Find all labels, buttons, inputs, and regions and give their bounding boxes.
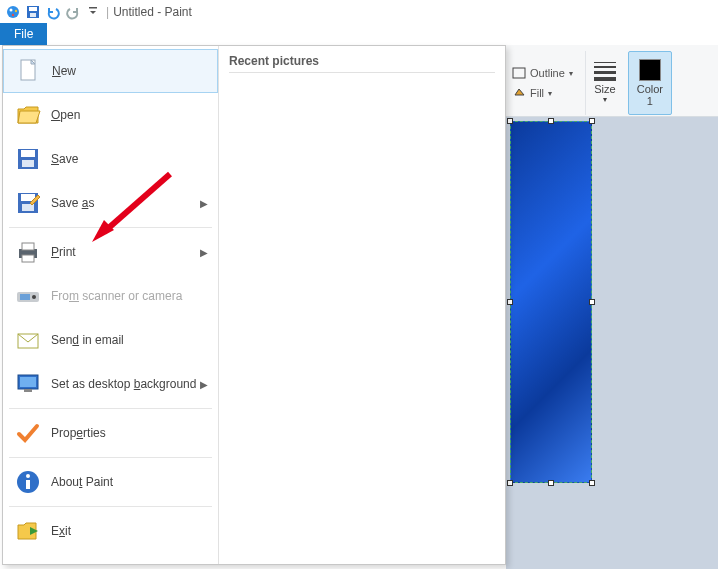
menu-item-label: Set as desktop background <box>51 377 200 391</box>
outline-button[interactable]: Outline▾ <box>512 63 573 83</box>
image-selection[interactable] <box>510 121 592 483</box>
menu-item-save-as[interactable]: Save as▶ <box>3 181 218 225</box>
svg-point-21 <box>32 295 36 299</box>
redo-icon[interactable] <box>64 3 82 21</box>
resize-handle[interactable] <box>589 118 595 124</box>
menu-item-print[interactable]: Print▶ <box>3 230 218 274</box>
svg-rect-6 <box>30 13 36 17</box>
recent-pictures-panel: Recent pictures <box>219 46 505 564</box>
resize-handle[interactable] <box>589 299 595 305</box>
customize-qat-icon[interactable] <box>84 3 102 21</box>
fill-button[interactable]: Fill▾ <box>512 83 552 103</box>
menu-item-label: Open <box>51 108 208 122</box>
resize-handle[interactable] <box>589 480 595 486</box>
title-separator: | <box>106 5 109 19</box>
color1-button[interactable]: Color 1 <box>628 51 672 115</box>
svg-point-3 <box>12 13 14 15</box>
svg-rect-11 <box>21 150 35 157</box>
document-title: Untitled - Paint <box>113 5 192 19</box>
menu-item-from-scanner-or-camera: From scanner or camera <box>3 274 218 318</box>
ribbon-tab-strip: File <box>0 23 718 45</box>
menu-separator <box>9 457 212 458</box>
menu-item-save[interactable]: Save <box>3 137 218 181</box>
svg-point-28 <box>26 474 30 478</box>
svg-point-1 <box>10 8 13 11</box>
email-icon <box>13 325 43 355</box>
title-bar: | Untitled - Paint <box>0 0 718 23</box>
menu-item-label: Exit <box>51 524 208 538</box>
menu-item-label: New <box>52 64 207 78</box>
svg-rect-25 <box>24 389 32 392</box>
svg-rect-20 <box>20 294 30 300</box>
scanner-icon <box>13 281 43 311</box>
resize-handle[interactable] <box>507 118 513 124</box>
shape-style-group: Outline▾ Fill▾ <box>512 51 581 115</box>
app-icon <box>4 3 22 21</box>
menu-item-send-in-email[interactable]: Send in email <box>3 318 218 362</box>
submenu-arrow-icon: ▶ <box>200 198 208 209</box>
resize-handle[interactable] <box>548 480 554 486</box>
menu-separator <box>9 506 212 507</box>
file-tab[interactable]: File <box>0 23 47 45</box>
canvas-area[interactable] <box>506 117 718 569</box>
submenu-arrow-icon: ▶ <box>200 247 208 258</box>
menu-item-label: From scanner or camera <box>51 289 208 303</box>
info-icon <box>13 467 43 497</box>
check-icon <box>13 418 43 448</box>
quick-access-toolbar <box>4 3 102 21</box>
resize-handle[interactable] <box>507 299 513 305</box>
svg-rect-18 <box>22 255 34 262</box>
desktop-icon <box>13 369 43 399</box>
submenu-arrow-icon: ▶ <box>200 379 208 390</box>
menu-item-label: Properties <box>51 426 208 440</box>
menu-item-label: Save as <box>51 196 200 210</box>
menu-separator <box>9 227 212 228</box>
svg-point-2 <box>15 9 17 11</box>
recent-pictures-header: Recent pictures <box>229 54 495 73</box>
menu-item-about-paint[interactable]: About Paint <box>3 460 218 504</box>
undo-icon[interactable] <box>44 3 62 21</box>
color-swatch-icon <box>639 59 661 81</box>
printer-icon <box>13 237 43 267</box>
menu-item-open[interactable]: Open <box>3 93 218 137</box>
svg-rect-12 <box>22 160 34 167</box>
svg-rect-17 <box>22 243 34 250</box>
open-folder-icon <box>13 100 43 130</box>
svg-rect-8 <box>513 68 525 78</box>
svg-rect-24 <box>20 377 36 387</box>
menu-item-label: Send in email <box>51 333 208 347</box>
menu-item-set-as-desktop-background[interactable]: Set as desktop background▶ <box>3 362 218 406</box>
menu-item-label: Print <box>51 245 200 259</box>
save-icon[interactable] <box>24 3 42 21</box>
menu-item-properties[interactable]: Properties <box>3 411 218 455</box>
save-disk-icon <box>13 144 43 174</box>
svg-rect-5 <box>29 7 37 11</box>
exit-icon <box>13 516 43 546</box>
resize-handle[interactable] <box>548 118 554 124</box>
menu-item-label: Save <box>51 152 208 166</box>
new-file-icon <box>14 56 44 86</box>
size-button[interactable]: Size ▾ <box>585 51 624 115</box>
menu-item-exit[interactable]: Exit <box>3 509 218 553</box>
svg-rect-27 <box>26 480 30 489</box>
menu-item-label: About Paint <box>51 475 208 489</box>
file-menu-list: NewOpenSaveSave as▶Print▶From scanner or… <box>3 46 219 564</box>
save-as-icon <box>13 188 43 218</box>
resize-handle[interactable] <box>507 480 513 486</box>
menu-separator <box>9 408 212 409</box>
svg-rect-7 <box>89 7 97 9</box>
file-menu: NewOpenSaveSave as▶Print▶From scanner or… <box>2 45 506 565</box>
ribbon-partial: Outline▾ Fill▾ Size ▾ Color 1 <box>506 45 718 117</box>
menu-item-new[interactable]: New <box>3 49 218 93</box>
